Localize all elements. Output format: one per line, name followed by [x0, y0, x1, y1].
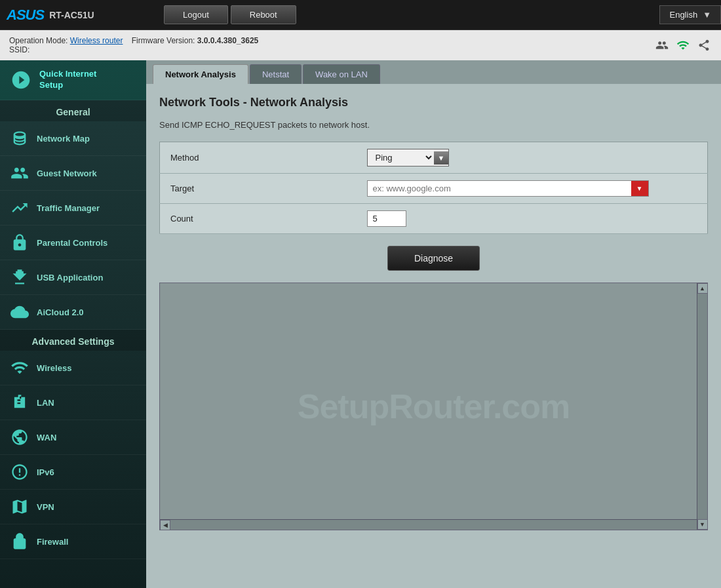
page-title: Network Tools - Network Analysis [159, 96, 708, 109]
content-area: Network Tools - Network Analysis Send IC… [146, 84, 721, 588]
target-input-wrapper: ▼ [367, 180, 649, 197]
wireless-label: Wireless [37, 363, 71, 373]
output-textarea[interactable] [160, 283, 707, 519]
vpn-icon [9, 496, 30, 517]
target-input-cell: ▼ [357, 174, 708, 204]
target-history-button[interactable]: ▼ [631, 181, 648, 196]
sidebar-item-traffic-manager[interactable]: Traffic Manager [0, 191, 146, 225]
method-select[interactable]: Ping Traceroute NS Lookup [368, 149, 434, 166]
router-icon[interactable] [675, 37, 691, 53]
scroll-track-vertical [697, 294, 707, 519]
sidebar-item-guest-network[interactable]: Guest Network [0, 156, 146, 191]
count-input-cell [357, 204, 708, 234]
network-map-label: Network Map [37, 134, 90, 144]
share-icon[interactable] [696, 37, 712, 53]
parental-controls-icon [9, 232, 30, 253]
table-row-count: Count [160, 204, 708, 234]
tab-netstat[interactable]: Netstat [250, 64, 302, 84]
method-input-cell: Ping Traceroute NS Lookup ▼ [357, 142, 708, 174]
sidebar-item-network-map[interactable]: Network Map [0, 121, 146, 156]
firewall-label: Firewall [37, 537, 68, 547]
quick-setup-icon [9, 68, 33, 92]
description: Send ICMP ECHO_REQUEST packets to networ… [159, 120, 708, 130]
count-input[interactable] [367, 210, 406, 227]
scroll-up-button[interactable]: ▲ [697, 283, 708, 294]
language-label: English [669, 10, 697, 20]
wan-icon [9, 427, 30, 448]
ipv6-icon [9, 461, 30, 482]
traffic-manager-label: Traffic Manager [37, 203, 100, 213]
sidebar-item-wireless[interactable]: Wireless [0, 351, 146, 385]
target-label: Target [160, 174, 357, 204]
language-arrow-icon: ▼ [703, 10, 711, 20]
quick-setup-label: Quick InternetSetup [39, 69, 96, 91]
scroll-down-button[interactable]: ▼ [697, 519, 708, 530]
method-select-arrow[interactable]: ▼ [434, 151, 449, 165]
sidebar-item-firewall[interactable]: Firewall [0, 524, 146, 559]
reboot-button[interactable]: Reboot [231, 5, 296, 24]
fw-label: Firmware Version: [132, 36, 195, 45]
operation-mode-info: Operation Mode: Wireless router Firmware… [9, 36, 258, 54]
usb-application-label: USB Application [37, 273, 103, 283]
diagnose-button[interactable]: Diagnose [387, 246, 480, 271]
language-selector[interactable]: English ▼ [659, 5, 721, 24]
target-input[interactable] [368, 181, 631, 196]
logo-model: RT-AC51U [49, 10, 94, 20]
tab-wake-on-lan[interactable]: Wake on LAN [303, 64, 380, 84]
sidebar-advanced-label: Advanced Settings [0, 330, 146, 351]
sidebar: Quick InternetSetup General Network Map … [0, 60, 146, 588]
parental-controls-label: Parental Controls [37, 238, 107, 248]
guest-network-icon [9, 163, 30, 184]
users-icon[interactable] [654, 37, 670, 53]
firewall-icon [9, 531, 30, 552]
method-label: Method [160, 142, 357, 174]
op-mode-value[interactable]: Wireless router [70, 36, 123, 45]
table-row-method: Method Ping Traceroute NS Lookup ▼ [160, 142, 708, 174]
sidebar-item-ipv6[interactable]: IPv6 [0, 455, 146, 490]
guest-network-label: Guest Network [37, 168, 97, 178]
logo-area: ASUS RT-AC51U [0, 7, 151, 24]
table-row-target: Target ▼ [160, 174, 708, 204]
header-buttons: Logout Reboot [164, 5, 296, 24]
sidebar-item-quick-setup[interactable]: Quick InternetSetup [0, 60, 146, 100]
count-label: Count [160, 204, 357, 234]
method-select-wrapper: Ping Traceroute NS Lookup ▼ [367, 149, 450, 167]
usb-application-icon [9, 267, 30, 288]
info-bar: Operation Mode: Wireless router Firmware… [0, 30, 721, 60]
tabs-bar: Network Analysis Netstat Wake on LAN [146, 60, 721, 84]
lan-label: LAN [37, 398, 54, 408]
lan-icon [9, 392, 30, 413]
tab-network-analysis[interactable]: Network Analysis [153, 64, 248, 84]
wireless-icon [9, 357, 30, 378]
main-content: Network Analysis Netstat Wake on LAN Net… [146, 60, 721, 588]
info-icons [654, 37, 712, 53]
ssid-label: SSID: [9, 45, 29, 54]
aicloud-label: AiCloud 2.0 [37, 307, 84, 317]
sidebar-item-aicloud[interactable]: AiCloud 2.0 [0, 295, 146, 330]
header: ASUS RT-AC51U Logout Reboot English ▼ [0, 0, 721, 30]
network-map-icon [9, 128, 30, 149]
wan-label: WAN [37, 433, 56, 442]
sidebar-item-wan[interactable]: WAN [0, 420, 146, 455]
sidebar-item-parental-controls[interactable]: Parental Controls [0, 225, 146, 260]
sidebar-item-usb-application[interactable]: USB Application [0, 260, 146, 295]
vertical-scrollbar: ▲ ▼ [697, 283, 707, 530]
scroll-track-horizontal [170, 520, 697, 530]
layout: Quick InternetSetup General Network Map … [0, 60, 721, 588]
sidebar-general-label: General [0, 100, 146, 121]
traffic-manager-icon [9, 197, 30, 218]
sidebar-item-vpn[interactable]: VPN [0, 490, 146, 524]
sidebar-item-lan[interactable]: LAN [0, 385, 146, 420]
fw-value: 3.0.0.4.380_3625 [197, 36, 258, 45]
aicloud-icon [9, 302, 30, 323]
output-area: ▲ ▼ ◀ ▶ SetupRouter.com [159, 283, 708, 530]
op-mode-label: Operation Mode: [9, 36, 68, 45]
ipv6-label: IPv6 [37, 467, 54, 477]
scroll-left-button[interactable]: ◀ [160, 520, 170, 530]
logout-button[interactable]: Logout [164, 5, 228, 24]
vpn-label: VPN [37, 502, 54, 512]
horizontal-scrollbar: ◀ ▶ [160, 519, 707, 530]
form-table: Method Ping Traceroute NS Lookup ▼ [159, 142, 708, 234]
logo-asus: ASUS [7, 7, 44, 24]
output-container: ▲ ▼ [160, 283, 707, 519]
